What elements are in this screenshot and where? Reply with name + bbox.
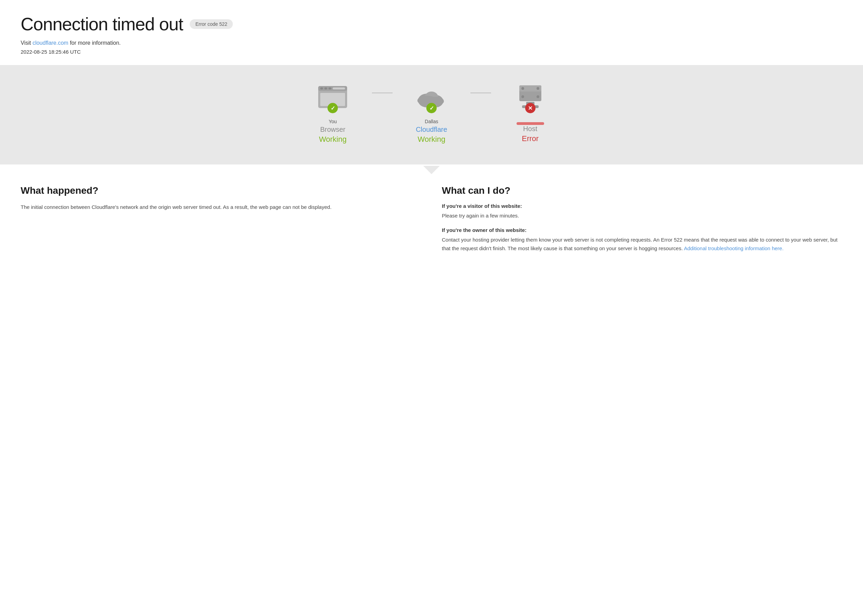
what-happened-body: The initial connection between Cloudflar…: [20, 203, 421, 212]
cloudflare-status: Working: [418, 135, 445, 144]
svg-point-19: [537, 95, 539, 98]
visitor-body: Please try again in a few minutes.: [442, 212, 843, 220]
host-status: Error: [522, 134, 539, 143]
svg-point-15: [521, 87, 524, 90]
cloudflare-name: Cloudflare: [416, 126, 447, 134]
connector-2: [471, 82, 491, 93]
host-icon-wrap: ✕: [513, 82, 548, 113]
owner-label: If you're the owner of this website:: [442, 227, 843, 233]
diagram-section: ✓ You Browser Working ✓: [0, 65, 863, 165]
connector-1: [372, 82, 392, 93]
header-section: Connection timed out Error code 522 Visi…: [0, 0, 863, 65]
cloudflare-icon-wrap: ✓: [414, 82, 449, 113]
what-can-i-do-heading: What can I do?: [442, 185, 843, 196]
cloudflare-node: ✓ Dallas Cloudflare Working: [392, 82, 471, 144]
page-title: Connection timed out: [20, 14, 183, 35]
server-error-bar: [517, 122, 544, 125]
title-row: Connection timed out Error code 522: [20, 14, 843, 35]
visit-line: Visit cloudflare.com for more informatio…: [20, 40, 843, 46]
svg-point-16: [537, 87, 539, 90]
svg-rect-4: [329, 87, 331, 90]
host-name: Host: [523, 125, 537, 133]
browser-node: ✓ You Browser Working: [294, 82, 372, 144]
host-status-badge: ✕: [525, 103, 535, 113]
what-happened-heading: What happened?: [20, 185, 421, 196]
cloudflare-link[interactable]: cloudflare.com: [32, 40, 68, 46]
troubleshooting-link[interactable]: Additional troubleshooting information h…: [684, 245, 783, 251]
cloudflare-location: Dallas: [425, 119, 438, 124]
chevron-down-icon: [423, 166, 440, 174]
visitor-label: If you're a visitor of this website:: [442, 203, 843, 209]
svg-point-18: [521, 95, 524, 98]
connector-line-1: [372, 93, 392, 93]
browser-status: Working: [319, 135, 346, 144]
what-happened-section: What happened? The initial connection be…: [20, 185, 421, 253]
content-section: What happened? The initial connection be…: [0, 165, 863, 273]
browser-name: Browser: [320, 126, 345, 134]
svg-rect-5: [333, 87, 345, 90]
diagram-inner: ✓ You Browser Working ✓: [294, 82, 569, 144]
visit-prefix: Visit: [20, 40, 32, 46]
svg-rect-2: [320, 87, 323, 90]
visit-suffix: for more information.: [68, 40, 121, 46]
connector-line-2: [471, 93, 491, 93]
cloudflare-status-badge: ✓: [426, 103, 437, 113]
browser-status-badge: ✓: [328, 103, 338, 113]
error-badge: Error code 522: [190, 19, 233, 29]
svg-rect-3: [324, 87, 327, 90]
browser-icon-wrap: ✓: [315, 82, 350, 113]
owner-body: Contact your hosting provider letting th…: [442, 236, 843, 253]
host-node: ✕ Host Error: [491, 82, 569, 143]
browser-location: You: [329, 119, 337, 124]
what-can-i-do-section: What can I do? If you're a visitor of th…: [442, 185, 843, 253]
timestamp: 2022-08-25 18:25:46 UTC: [20, 49, 843, 55]
